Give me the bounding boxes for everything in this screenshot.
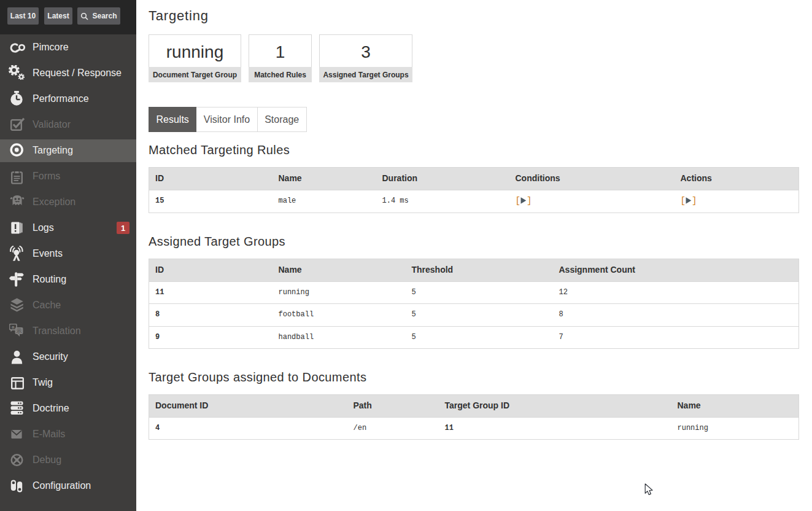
svg-text:示: 示 [17,327,22,334]
svg-text:a: a [12,324,15,330]
